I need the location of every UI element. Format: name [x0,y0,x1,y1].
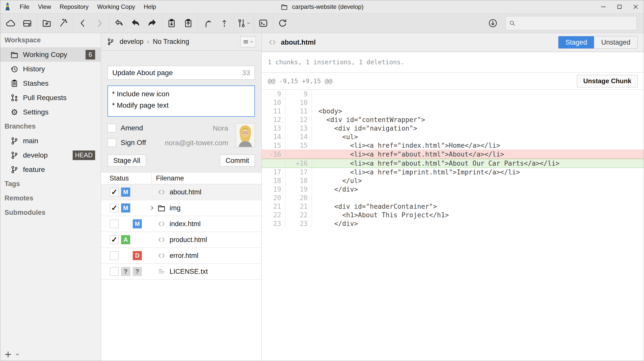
file-row-about-html[interactable]: Mabout.html [101,184,261,200]
branch-icon [106,38,115,46]
sidebar-item-history[interactable]: History [0,62,101,76]
archive-button[interactable] [19,14,36,33]
terminal-button[interactable] [255,14,272,33]
cloud-button[interactable] [2,14,19,33]
sidebar-item-feature[interactable]: feature [0,162,101,177]
branch-options-button[interactable] [240,36,256,47]
open-repository-button[interactable] [38,14,55,33]
sidebar-section-tags[interactable]: Tags [0,177,101,191]
menu-repository[interactable]: Repository [55,0,93,13]
tracking-label[interactable]: No Tracking [153,38,189,46]
sidebar-item-stashes[interactable]: Stashes [0,76,101,91]
sidebar-section-branches[interactable]: Branches [0,119,101,134]
author-avatar[interactable] [236,123,255,147]
column-filename[interactable]: Filename [151,174,184,182]
update-available-button[interactable] [485,14,501,33]
diff-line-context: 2121 <div id="headerContainer"> [262,202,644,211]
status-badge-untracked: ? [121,267,130,276]
commit-message-textarea[interactable]: * Include new icon * Modify page text [108,85,255,117]
quick-actions-button[interactable] [55,14,72,33]
add-repository-button[interactable] [4,350,20,359]
merge-icon [203,18,213,28]
file-row-license-txt[interactable]: ??LICENSE.txt [101,264,261,280]
commit-subject-field[interactable]: 33 [108,66,255,80]
toolbar-separator [162,14,162,33]
search-box[interactable] [505,16,637,30]
window-title-text: carparts-website (develop) [292,3,364,10]
stage-checkbox[interactable] [110,204,119,212]
expand-chevron-icon[interactable] [149,205,155,211]
new-line-number: 22 [285,211,312,219]
new-line-number: 14 [285,133,312,141]
stage-checkbox[interactable] [110,251,119,260]
cloud-icon [6,18,16,28]
file-table-header: Status Filename [101,172,261,184]
sidebar-item-label: develop [23,151,48,159]
old-line-number: 13 [262,124,285,133]
new-line-number: 11 [285,107,312,115]
commit-button[interactable]: Commit [220,155,255,167]
old-line-number: 9 [262,90,285,98]
window-controls [595,0,644,13]
view-toggle-unstaged[interactable]: Unstaged [594,36,637,48]
pull-icon [167,18,177,28]
discard-button[interactable] [127,14,144,33]
file-row-product-html[interactable]: Aproduct.html [101,232,261,248]
sidebar: WorkspaceWorking Copy6HistoryStashesPull… [0,33,101,361]
stage-all-button[interactable]: Stage All [108,155,146,167]
new-line-number: 10 [285,98,312,107]
current-branch-label[interactable]: develop [120,38,144,46]
sidebar-section-submodules[interactable]: Submodules [0,205,101,220]
author-email: nora@git-tower.com [165,139,228,147]
rebase-button[interactable] [216,14,233,33]
menu-file[interactable]: File [15,0,34,13]
merge-button[interactable] [199,14,216,33]
close-button[interactable] [628,0,644,13]
status-badge-slot: ? [133,267,142,276]
minimize-button[interactable] [595,0,611,13]
sidebar-section-workspace[interactable]: Workspace [0,33,101,47]
compare-button[interactable] [235,14,252,33]
filename-label: product.html [170,236,207,244]
diff-line-added: +16 <li><a href="about.html">About Our C… [262,159,644,168]
sidebar-section-remotes[interactable]: Remotes [0,191,101,205]
undo-button[interactable] [111,14,127,33]
sidebar-item-settings[interactable]: ⚙Settings [0,105,101,119]
status-badge-slot: A [121,235,130,244]
file-row-index-html[interactable]: Mindex.html [101,216,261,232]
menu-help[interactable]: Help [139,0,160,13]
file-row-error-html[interactable]: Derror.html [101,248,261,264]
unstage-chunk-button[interactable]: Unstage Chunk [577,75,638,87]
push-button[interactable] [180,14,197,33]
filename-cell: img [149,203,181,213]
menu-working-copy[interactable]: Working Copy [93,0,139,13]
column-status[interactable]: Status [101,172,151,184]
sign-off-checkbox[interactable] [108,138,116,147]
stage-checkbox[interactable] [110,188,119,196]
stage-checkbox[interactable] [110,220,119,228]
sidebar-item-develop[interactable]: developHEAD [0,148,101,162]
restore-button[interactable] [144,14,160,33]
search-input[interactable] [518,20,633,27]
amend-checkbox[interactable] [108,124,116,132]
maximize-button[interactable] [611,0,628,13]
menu-view[interactable]: View [34,0,56,13]
chunk-header-bar: @@ -9,15 +9,15 @@ Unstage Chunk [262,73,644,90]
diff-line-context: 99 [262,90,644,98]
sidebar-item-pull-requests[interactable]: Pull Requests [0,91,101,105]
sidebar-item-label: main [23,137,38,145]
sidebar-item-main[interactable]: main [0,134,101,148]
view-toggle-staged[interactable]: Staged [558,36,594,48]
toolbar-separator [253,14,254,33]
pull-button[interactable] [163,14,180,33]
file-row-img[interactable]: Mimg [101,200,261,216]
stage-checkbox[interactable] [110,235,119,244]
code-text: <li><a href="about.html">About</a></li> [312,151,504,158]
stage-checkbox[interactable] [110,267,119,276]
commit-subject-input[interactable] [112,69,239,77]
sidebar-item-working-copy[interactable]: Working Copy6 [0,47,101,62]
refresh-button[interactable] [274,14,291,33]
back-button[interactable] [74,14,91,33]
menu-icon [243,39,249,45]
repository-folder-icon [281,3,288,11]
